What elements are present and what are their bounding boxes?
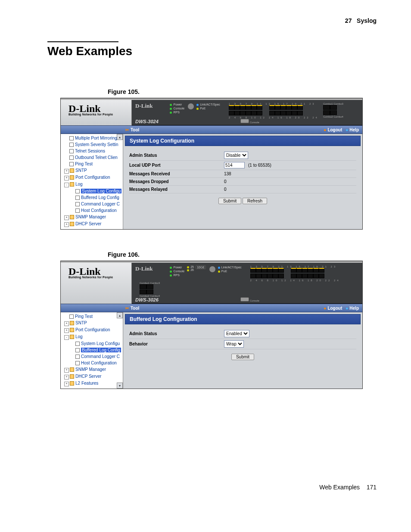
tool-menu[interactable]: Tool xyxy=(125,128,139,132)
tree-item-label: SNMP Manager xyxy=(75,215,106,219)
tree-item[interactable]: +SNMP Manager xyxy=(62,214,123,221)
logout-link[interactable]: Logout xyxy=(324,306,342,311)
tree-expander[interactable]: + xyxy=(64,375,69,380)
tree-item[interactable]: +SNTP xyxy=(62,167,123,174)
tree-item[interactable]: Ping Test xyxy=(62,161,123,167)
tree-item[interactable]: Ping Test xyxy=(62,313,123,320)
tree-expander[interactable]: + xyxy=(64,169,69,174)
linkact-leds: Link/ACT/SpecPoE xyxy=(218,265,242,273)
tree-item[interactable]: Command Logger C xyxy=(62,353,123,360)
scroll-down-button[interactable]: ▾ xyxy=(117,383,123,389)
tree-expander[interactable]: + xyxy=(64,382,69,386)
page-footer: Web Examples 171 xyxy=(47,484,377,491)
chapter-title: Syslog xyxy=(357,17,377,24)
content-area: Buffered Log ConfigurationAdmin StatusEn… xyxy=(123,312,362,389)
linkact-leds: Link/ACT/SpecPoE xyxy=(196,103,220,110)
field-label: Messages Received xyxy=(129,171,224,176)
tree-item-label: Command Logger C xyxy=(81,202,120,206)
console-label: Console xyxy=(240,297,259,302)
section-title: Web Examples xyxy=(47,44,377,58)
tree-item[interactable]: -Log xyxy=(62,181,123,188)
field-label: Admin Status xyxy=(129,331,224,336)
form-row: Messages Received138 xyxy=(129,170,356,178)
folder-icon xyxy=(70,335,74,339)
tree-item[interactable]: Outbound Telnet Clien xyxy=(62,154,123,161)
tree-item-label: Outbound Telnet Clien xyxy=(75,155,118,160)
tool-menu[interactable]: Tool xyxy=(125,306,139,311)
tree-item-label: Ping Test xyxy=(75,314,93,319)
tree-item[interactable]: +DHCP Server xyxy=(62,373,123,380)
tree-item[interactable]: +SNMP Manager xyxy=(62,366,123,373)
tree-expander[interactable]: - xyxy=(64,183,69,187)
tree-item[interactable]: +L2 Features xyxy=(62,380,123,387)
form-row: Admin StatusEnabled xyxy=(129,329,356,339)
document-icon xyxy=(75,361,80,365)
port-block: 1 3 5 7 9 11 13 15 17 19 21 232 4 6 8 10… xyxy=(229,103,319,119)
field-label: Messages Relayed xyxy=(129,187,224,192)
tree-item[interactable]: +Port Configuration xyxy=(62,174,123,181)
tree-item-label: Log xyxy=(75,334,83,339)
tree-item-label: SNTP xyxy=(75,168,87,173)
help-link[interactable]: Help xyxy=(346,306,359,311)
tree-item[interactable]: -Log xyxy=(62,333,123,340)
status-leds: PowerConsoleRPS xyxy=(170,103,184,114)
tree-item[interactable]: +Port Configuration xyxy=(62,327,123,333)
folder-icon xyxy=(70,328,74,332)
form-row: BehaviorWrap xyxy=(129,339,356,349)
document-icon xyxy=(75,196,80,200)
tree-item[interactable]: Host Configuration xyxy=(62,360,123,366)
chapter-number: 27 xyxy=(345,17,352,24)
field-label: Admin Status xyxy=(129,153,224,158)
tree-item[interactable]: +DHCP Server xyxy=(62,221,123,227)
folder-icon xyxy=(70,168,74,173)
document-icon xyxy=(69,143,74,147)
document-icon xyxy=(69,156,74,160)
tree-expander[interactable]: + xyxy=(64,176,69,180)
button-row: Submit xyxy=(129,349,356,362)
help-link[interactable]: Help xyxy=(346,128,359,132)
submit-button[interactable]: Submit xyxy=(231,354,254,360)
tree-item[interactable]: Command Logger C xyxy=(62,201,123,207)
tree-item[interactable]: System Log Configu xyxy=(62,188,123,194)
tree-item[interactable]: +SNTP xyxy=(62,320,123,327)
field-select[interactable]: Wrap xyxy=(224,340,244,348)
tree-expander[interactable]: + xyxy=(64,215,69,220)
tree-item-label: System Severity Settin xyxy=(75,142,118,147)
tree-item-label: Log xyxy=(75,182,83,187)
field-select[interactable]: Disable xyxy=(224,152,248,159)
field-label: Behavior xyxy=(129,342,224,346)
tree-item[interactable]: Telnet Sessions xyxy=(62,148,123,154)
fan-icon xyxy=(209,266,215,272)
tree-item[interactable]: System Log Configu xyxy=(62,340,123,347)
tree-item[interactable]: Multiple Port Mirroring xyxy=(62,135,123,141)
tree-item[interactable]: System Severity Settin xyxy=(62,141,123,148)
field-value: 0 xyxy=(224,179,227,184)
field-input[interactable] xyxy=(224,162,245,168)
submit-button[interactable]: Submit xyxy=(218,198,241,204)
tree-expander[interactable]: - xyxy=(64,335,69,340)
tree-item[interactable]: Buffered Log Config xyxy=(62,194,123,201)
brand-tagline: Building Networks for People xyxy=(68,113,129,116)
tree-expander[interactable]: + xyxy=(64,222,69,227)
refresh-button[interactable]: Refresh xyxy=(243,198,267,204)
document-icon xyxy=(75,342,80,346)
tree-item[interactable]: Buffered Log Config xyxy=(62,347,123,353)
logo-area: D-LinkBuilding Networks for People xyxy=(61,263,132,304)
field-label: Local UDP Port xyxy=(129,163,224,168)
brand-logo: D-Link xyxy=(68,267,129,276)
tree-item[interactable]: Host Configuration xyxy=(62,207,123,214)
tree-item-label: System Log Configu xyxy=(81,341,120,346)
document-icon xyxy=(69,162,74,166)
tree-item-label: Port Configuration xyxy=(75,327,110,332)
nav-tree: ▴Multiple Port MirroringSystem Severity … xyxy=(61,134,123,229)
field-value: 0 xyxy=(224,187,227,192)
document-icon xyxy=(75,202,80,206)
tree-item-label: Multiple Port Mirroring xyxy=(75,136,117,140)
logout-link[interactable]: Logout xyxy=(324,128,342,132)
tree-expander[interactable]: + xyxy=(64,328,69,333)
tree-expander[interactable]: + xyxy=(64,368,69,373)
field-select[interactable]: Enabled xyxy=(224,330,249,337)
device-brand: D-Link xyxy=(135,103,153,109)
panel-title: Buffered Log Configuration xyxy=(125,314,361,324)
tree-expander[interactable]: + xyxy=(64,321,69,326)
